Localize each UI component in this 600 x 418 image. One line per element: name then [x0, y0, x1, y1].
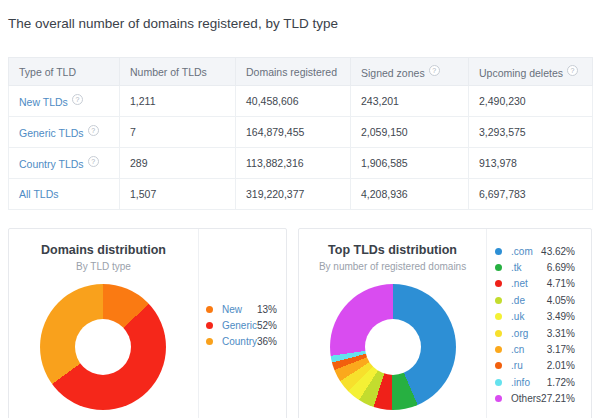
all-tlds-link[interactable]: All TLDs — [19, 188, 58, 200]
legend-label[interactable]: .cn — [511, 344, 524, 355]
column-header-signed-zones: Signed zones? — [351, 58, 469, 86]
help-icon[interactable]: ? — [429, 65, 440, 76]
cell-upcoming-deletes: 2,490,230 — [469, 86, 593, 117]
legend-dot-icon — [206, 338, 213, 345]
cell-domains-registered: 40,458,606 — [236, 86, 351, 117]
domains-distribution-card: Domains distribution By TLD type New13%G… — [8, 228, 287, 418]
legend-dot-icon — [495, 330, 502, 337]
domains-distribution-donut-chart[interactable] — [40, 284, 166, 410]
legend-value: 3.49% — [547, 311, 575, 322]
legend-label[interactable]: .ru — [511, 360, 523, 371]
legend-item: .com43.62% — [495, 243, 575, 259]
legend-item: .tk6.69% — [495, 259, 575, 275]
column-header-domains-registered: Domains registered — [236, 58, 351, 86]
legend-label[interactable]: .com — [511, 246, 533, 257]
legend-dot-icon — [495, 362, 502, 369]
table-row-new-tlds: New TLDs? 1,211 40,458,606 243,201 2,490… — [9, 86, 593, 117]
help-icon[interactable]: ? — [88, 125, 99, 136]
legend-item: .ru2.01% — [495, 358, 575, 374]
legend-dot-icon — [495, 313, 502, 320]
legend-item: Country36% — [206, 334, 277, 350]
column-header-label: Domains registered — [246, 66, 337, 78]
legend-value: 27.21% — [541, 393, 575, 404]
chart-title: Top TLDs distribution — [299, 243, 486, 257]
legend-value: 52% — [257, 320, 277, 331]
legend-dot-icon — [206, 306, 213, 313]
help-icon[interactable]: ? — [72, 94, 83, 105]
chart-subtitle: By TLD type — [9, 261, 198, 272]
column-header-label: Upcoming deletes — [479, 67, 563, 79]
legend-item: .org3.31% — [495, 325, 575, 341]
cell-domains-registered: 113,882,316 — [236, 148, 351, 179]
legend-item: .info1.72% — [495, 374, 575, 390]
table-header-row: Type of TLD Number of TLDs Domains regis… — [9, 58, 593, 86]
legend-dot-icon — [495, 297, 502, 304]
legend-label[interactable]: .info — [511, 377, 530, 388]
cell-number-of-tlds: 1,211 — [120, 86, 236, 117]
legend-dot-icon — [206, 322, 213, 329]
legend-value: 3.31% — [547, 328, 575, 339]
legend-value: 36% — [257, 336, 277, 347]
legend-label[interactable]: .tk — [511, 262, 522, 273]
legend-value: 6.69% — [547, 262, 575, 273]
charts-section: Domains distribution By TLD type New13%G… — [0, 228, 600, 418]
cell-domains-registered: 319,220,377 — [236, 179, 351, 210]
legend-value: 43.62% — [541, 246, 575, 257]
cell-upcoming-deletes: 3,293,575 — [469, 117, 593, 148]
new-tlds-link[interactable]: New TLDs — [19, 96, 68, 108]
top-tlds-chart-zone: Top TLDs distribution By number of regis… — [299, 229, 486, 418]
legend-value: 4.71% — [547, 278, 575, 289]
generic-tlds-link[interactable]: Generic TLDs — [19, 127, 84, 139]
country-tlds-link[interactable]: Country TLDs — [19, 158, 84, 170]
column-header-upcoming-deletes: Upcoming deletes? — [469, 58, 593, 86]
legend-item: Generic52% — [206, 317, 277, 333]
legend-label[interactable]: .org — [511, 328, 528, 339]
cell-signed-zones: 2,059,150 — [351, 117, 469, 148]
legend-label: Others — [511, 393, 541, 404]
legend-value: 3.17% — [547, 344, 575, 355]
help-icon[interactable]: ? — [88, 156, 99, 167]
cell-number-of-tlds: 289 — [120, 148, 236, 179]
legend-item: .uk3.49% — [495, 309, 575, 325]
legend-dot-icon — [495, 395, 502, 402]
cell-upcoming-deletes: 913,978 — [469, 148, 593, 179]
column-header-label: Type of TLD — [19, 66, 76, 78]
legend-label[interactable]: .net — [511, 278, 528, 289]
legend-dot-icon — [495, 264, 502, 271]
legend-item: .net4.71% — [495, 276, 575, 292]
legend-label[interactable]: Generic — [222, 320, 257, 331]
cell-upcoming-deletes: 6,697,783 — [469, 179, 593, 210]
legend-value: 2.01% — [547, 360, 575, 371]
legend-item: .de4.05% — [495, 292, 575, 308]
cell-domains-registered: 164,879,455 — [236, 117, 351, 148]
legend-value: 4.05% — [547, 295, 575, 306]
column-header-type-of-tld: Type of TLD — [9, 58, 120, 86]
top-tlds-legend: .com43.62%.tk6.69%.net4.71%.de4.05%.uk3.… — [486, 229, 591, 418]
legend-dot-icon — [495, 346, 502, 353]
cell-number-of-tlds: 7 — [120, 117, 236, 148]
legend-item: Others27.21% — [495, 391, 575, 407]
help-icon[interactable]: ? — [567, 65, 578, 76]
domains-distribution-legend: New13%Generic52%Country36% — [198, 229, 286, 418]
column-header-label: Number of TLDs — [130, 66, 207, 78]
legend-dot-icon — [495, 379, 502, 386]
legend-label[interactable]: New — [222, 304, 242, 315]
table-row-country-tlds: Country TLDs? 289 113,882,316 1,906,585 … — [9, 148, 593, 179]
legend-label[interactable]: .de — [511, 295, 525, 306]
cell-number-of-tlds: 1,507 — [120, 179, 236, 210]
legend-label[interactable]: .uk — [511, 311, 524, 322]
column-header-number-of-tlds: Number of TLDs — [120, 58, 236, 86]
top-tlds-distribution-card: Top TLDs distribution By number of regis… — [298, 228, 592, 418]
table-row-all-tlds: All TLDs 1,507 319,220,377 4,208,936 6,6… — [9, 179, 593, 210]
page-title: The overall number of domains registered… — [0, 0, 600, 31]
domains-distribution-chart-zone: Domains distribution By TLD type — [9, 229, 198, 418]
legend-label[interactable]: Country — [222, 336, 257, 347]
legend-dot-icon — [495, 248, 502, 255]
top-tlds-donut-chart[interactable] — [330, 284, 456, 410]
legend-item: .cn3.17% — [495, 341, 575, 357]
cell-signed-zones: 243,201 — [351, 86, 469, 117]
legend-dot-icon — [495, 280, 502, 287]
cell-signed-zones: 1,906,585 — [351, 148, 469, 179]
chart-title: Domains distribution — [9, 243, 198, 257]
tld-stats-table: Type of TLD Number of TLDs Domains regis… — [8, 57, 593, 210]
